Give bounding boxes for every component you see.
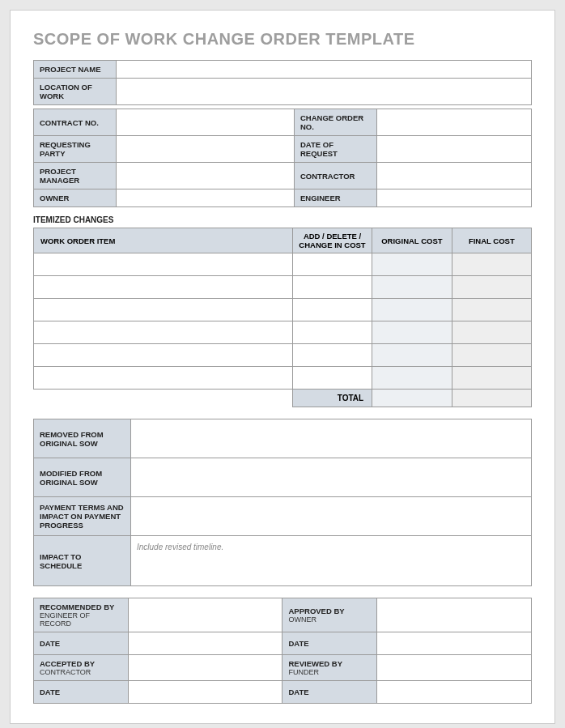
final-cost-cell[interactable] [452,299,531,321]
original-cost-cell[interactable] [372,253,452,276]
final-cost-cell[interactable] [452,367,531,390]
header-work-order-item: WORK ORDER ITEM [34,228,293,253]
total-row: TOTAL [34,390,532,407]
reviewed-date-field[interactable] [377,681,532,704]
schedule-impact-field[interactable]: Include revised timeline. [131,536,532,586]
contractor-field[interactable] [377,163,532,189]
change-order-template: SCOPE OF WORK CHANGE ORDER TEMPLATE PROJ… [10,10,555,724]
final-cost-cell[interactable] [452,253,531,276]
item-cell[interactable] [34,367,293,390]
item-cell[interactable] [34,344,293,367]
itemized-changes-table: WORK ORDER ITEM ADD / DELETE / CHANGE IN… [33,228,532,407]
change-cell[interactable] [292,299,372,321]
change-cell[interactable] [292,367,372,390]
item-cell[interactable] [34,253,293,276]
accepted-date-label: DATE [34,681,129,704]
approved-date-label: DATE [282,632,377,655]
original-cost-cell[interactable] [372,276,452,299]
total-label: TOTAL [292,390,372,407]
contract-no-field[interactable] [117,109,295,136]
table-row [34,299,532,321]
owner-field[interactable] [117,189,295,207]
final-cost-cell[interactable] [452,321,531,344]
reviewed-date-label: DATE [282,681,377,704]
location-label: LOCATION OF WORK [34,79,117,105]
table-row [34,367,532,390]
date-of-request-label: DATE OF REQUEST [295,136,377,163]
requesting-party-label: REQUESTING PARTY [34,136,117,163]
project-manager-field[interactable] [117,163,295,189]
header-original-cost: ORIGINAL COST [372,228,452,253]
signatures-table: RECOMMENDED BY ENGINEER OF RECORD APPROV… [33,598,532,704]
project-info-table: PROJECT NAME LOCATION OF WORK [33,60,532,105]
owner-label: OWNER [34,189,117,207]
date-of-request-field[interactable] [377,136,532,163]
schedule-placeholder: Include revised timeline. [137,541,525,551]
accepted-by-field[interactable] [128,655,282,681]
payment-terms-field[interactable] [131,497,532,536]
page-title: SCOPE OF WORK CHANGE ORDER TEMPLATE [33,30,532,49]
engineer-label: ENGINEER [295,189,377,207]
original-cost-cell[interactable] [372,367,452,390]
recommended-by-label: RECOMMENDED BY ENGINEER OF RECORD [34,598,129,632]
original-cost-cell[interactable] [372,321,452,344]
payment-terms-label: PAYMENT TERMS AND IMPACT ON PAYMENT PROG… [34,497,131,536]
itemized-section-title: ITEMIZED CHANGES [33,215,532,224]
table-row [34,253,532,276]
modified-field[interactable] [131,458,532,497]
details-table: REMOVED FROM ORIGINAL SOW MODIFIED FROM … [33,419,532,586]
project-info-grid: CONTRACT NO. CHANGE ORDER NO. REQUESTING… [33,109,532,207]
item-cell[interactable] [34,299,293,321]
original-cost-cell[interactable] [372,299,452,321]
contractor-label: CONTRACTOR [295,163,377,189]
accepted-date-field[interactable] [128,681,282,704]
location-field[interactable] [117,79,532,105]
engineer-field[interactable] [377,189,532,207]
table-row [34,276,532,299]
itemized-header-row: WORK ORDER ITEM ADD / DELETE / CHANGE IN… [34,228,532,253]
table-row [34,344,532,367]
modified-label: MODIFIED FROM ORIGINAL SOW [34,458,131,497]
reviewed-by-field[interactable] [377,655,532,681]
total-original-cost [372,390,452,407]
total-final-cost [452,390,531,407]
approved-date-field[interactable] [377,632,532,655]
approved-by-field[interactable] [377,598,532,632]
recommended-date-field[interactable] [128,632,282,655]
change-order-no-label: CHANGE ORDER NO. [295,109,377,136]
project-manager-label: PROJECT MANAGER [34,163,117,189]
change-cell[interactable] [292,344,372,367]
final-cost-cell[interactable] [452,276,531,299]
removed-label: REMOVED FROM ORIGINAL SOW [34,419,131,458]
final-cost-cell[interactable] [452,344,531,367]
header-final-cost: FINAL COST [452,228,531,253]
contract-no-label: CONTRACT NO. [34,109,117,136]
table-row [34,321,532,344]
item-cell[interactable] [34,321,293,344]
header-change: ADD / DELETE / CHANGE IN COST [292,228,372,253]
project-name-label: PROJECT NAME [34,61,117,79]
removed-field[interactable] [131,419,532,458]
original-cost-cell[interactable] [372,344,452,367]
recommended-date-label: DATE [34,632,129,655]
project-name-field[interactable] [117,61,532,79]
approved-by-label: APPROVED BY OWNER [282,598,377,632]
accepted-by-label: ACCEPTED BY CONTRACTOR [34,655,129,681]
reviewed-by-label: REVIEWED BY FUNDER [282,655,377,681]
item-cell[interactable] [34,276,293,299]
change-order-no-field[interactable] [377,109,532,136]
requesting-party-field[interactable] [117,136,295,163]
change-cell[interactable] [292,276,372,299]
recommended-by-field[interactable] [128,598,282,632]
change-cell[interactable] [292,253,372,276]
schedule-impact-label: IMPACT TO SCHEDULE [34,536,131,586]
change-cell[interactable] [292,321,372,344]
